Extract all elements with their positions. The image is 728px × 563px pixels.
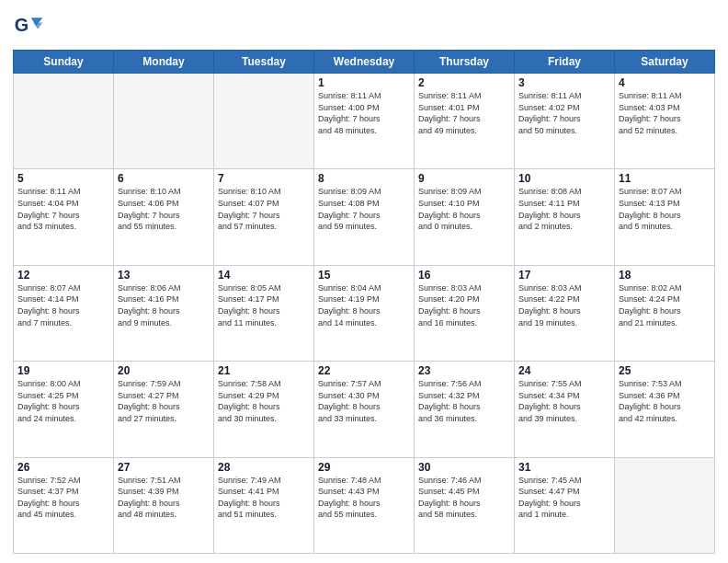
day-number: 23 (418, 364, 510, 377)
day-number: 7 (218, 172, 310, 185)
day-info: Sunrise: 8:07 AM Sunset: 4:13 PM Dayligh… (619, 186, 711, 232)
day-info: Sunrise: 8:03 AM Sunset: 4:20 PM Dayligh… (418, 282, 510, 328)
calendar-day-cell: 15Sunrise: 8:04 AM Sunset: 4:19 PM Dayli… (314, 265, 415, 361)
day-info: Sunrise: 8:10 AM Sunset: 4:07 PM Dayligh… (218, 186, 310, 232)
day-number: 2 (418, 76, 510, 89)
day-info: Sunrise: 8:08 AM Sunset: 4:11 PM Dayligh… (518, 186, 610, 232)
calendar-day-cell: 12Sunrise: 8:07 AM Sunset: 4:14 PM Dayli… (14, 265, 114, 361)
logo: G (13, 11, 50, 44)
calendar-day-cell: 22Sunrise: 7:57 AM Sunset: 4:30 PM Dayli… (314, 362, 415, 457)
day-info: Sunrise: 8:09 AM Sunset: 4:08 PM Dayligh… (318, 186, 410, 232)
calendar-day-cell: 1Sunrise: 8:11 AM Sunset: 4:00 PM Daylig… (314, 74, 415, 169)
day-info: Sunrise: 8:05 AM Sunset: 4:17 PM Dayligh… (218, 282, 310, 328)
calendar-day-cell: 17Sunrise: 8:03 AM Sunset: 4:22 PM Dayli… (515, 265, 615, 361)
calendar-day-cell: 7Sunrise: 8:10 AM Sunset: 4:07 PM Daylig… (214, 169, 314, 265)
calendar-day-cell: 29Sunrise: 7:48 AM Sunset: 4:43 PM Dayli… (314, 457, 415, 553)
calendar-table: SundayMondayTuesdayWednesdayThursdayFrid… (13, 50, 715, 554)
weekday-monday: Monday (114, 51, 214, 74)
calendar-day-cell: 14Sunrise: 8:05 AM Sunset: 4:17 PM Dayli… (214, 265, 314, 361)
page: G SundayMondayTuesdayWednesdayThursdayFr… (0, 0, 728, 563)
day-info: Sunrise: 7:51 AM Sunset: 4:39 PM Dayligh… (118, 475, 210, 521)
day-number: 24 (518, 364, 610, 377)
day-info: Sunrise: 8:04 AM Sunset: 4:19 PM Dayligh… (318, 282, 410, 328)
header: G (13, 9, 715, 44)
calendar-day-cell: 19Sunrise: 8:00 AM Sunset: 4:25 PM Dayli… (14, 362, 114, 457)
calendar-day-cell (214, 74, 314, 169)
calendar-day-cell: 28Sunrise: 7:49 AM Sunset: 4:41 PM Dayli… (214, 457, 314, 553)
logo-icon: G (13, 11, 46, 44)
calendar-day-cell: 6Sunrise: 8:10 AM Sunset: 4:06 PM Daylig… (114, 169, 214, 265)
calendar-day-cell: 25Sunrise: 7:53 AM Sunset: 4:36 PM Dayli… (615, 362, 715, 457)
day-number: 5 (17, 172, 109, 185)
day-info: Sunrise: 7:55 AM Sunset: 4:34 PM Dayligh… (518, 378, 610, 424)
day-info: Sunrise: 8:11 AM Sunset: 4:04 PM Dayligh… (17, 186, 109, 232)
day-info: Sunrise: 7:53 AM Sunset: 4:36 PM Dayligh… (619, 378, 711, 424)
day-info: Sunrise: 8:00 AM Sunset: 4:25 PM Dayligh… (17, 378, 109, 424)
day-number: 10 (518, 172, 610, 185)
weekday-wednesday: Wednesday (314, 51, 415, 74)
day-info: Sunrise: 7:59 AM Sunset: 4:27 PM Dayligh… (118, 378, 210, 424)
calendar-day-cell (114, 74, 214, 169)
calendar-day-cell: 18Sunrise: 8:02 AM Sunset: 4:24 PM Dayli… (615, 265, 715, 361)
day-number: 3 (518, 76, 610, 89)
calendar-day-cell: 27Sunrise: 7:51 AM Sunset: 4:39 PM Dayli… (114, 457, 214, 553)
day-number: 31 (518, 461, 610, 474)
day-info: Sunrise: 8:11 AM Sunset: 4:03 PM Dayligh… (619, 90, 711, 136)
day-number: 21 (218, 364, 310, 377)
day-number: 16 (418, 269, 510, 282)
calendar-week-row: 12Sunrise: 8:07 AM Sunset: 4:14 PM Dayli… (14, 265, 715, 361)
day-info: Sunrise: 7:52 AM Sunset: 4:37 PM Dayligh… (17, 475, 109, 521)
day-number: 17 (518, 269, 610, 282)
day-number: 27 (118, 461, 210, 474)
day-info: Sunrise: 8:02 AM Sunset: 4:24 PM Dayligh… (619, 282, 711, 328)
day-number: 30 (418, 461, 510, 474)
day-info: Sunrise: 7:58 AM Sunset: 4:29 PM Dayligh… (218, 378, 310, 424)
calendar-day-cell: 9Sunrise: 8:09 AM Sunset: 4:10 PM Daylig… (415, 169, 515, 265)
weekday-thursday: Thursday (415, 51, 515, 74)
calendar-day-cell (14, 74, 114, 169)
calendar-week-row: 19Sunrise: 8:00 AM Sunset: 4:25 PM Dayli… (14, 362, 715, 457)
calendar-day-cell: 8Sunrise: 8:09 AM Sunset: 4:08 PM Daylig… (314, 169, 415, 265)
day-number: 1 (318, 76, 410, 89)
calendar-day-cell: 4Sunrise: 8:11 AM Sunset: 4:03 PM Daylig… (615, 74, 715, 169)
weekday-tuesday: Tuesday (214, 51, 314, 74)
calendar-day-cell: 13Sunrise: 8:06 AM Sunset: 4:16 PM Dayli… (114, 265, 214, 361)
day-number: 22 (318, 364, 410, 377)
day-number: 28 (218, 461, 310, 474)
day-number: 14 (218, 269, 310, 282)
day-number: 20 (118, 364, 210, 377)
day-number: 19 (17, 364, 109, 377)
calendar-day-cell: 2Sunrise: 8:11 AM Sunset: 4:01 PM Daylig… (415, 74, 515, 169)
day-info: Sunrise: 7:49 AM Sunset: 4:41 PM Dayligh… (218, 475, 310, 521)
calendar-day-cell: 11Sunrise: 8:07 AM Sunset: 4:13 PM Dayli… (615, 169, 715, 265)
calendar-week-row: 1Sunrise: 8:11 AM Sunset: 4:00 PM Daylig… (14, 74, 715, 169)
day-number: 15 (318, 269, 410, 282)
day-number: 26 (17, 461, 109, 474)
day-info: Sunrise: 7:56 AM Sunset: 4:32 PM Dayligh… (418, 378, 510, 424)
calendar-day-cell: 26Sunrise: 7:52 AM Sunset: 4:37 PM Dayli… (14, 457, 114, 553)
weekday-header-row: SundayMondayTuesdayWednesdayThursdayFrid… (14, 51, 715, 74)
day-number: 4 (619, 76, 711, 89)
calendar-day-cell: 23Sunrise: 7:56 AM Sunset: 4:32 PM Dayli… (415, 362, 515, 457)
day-number: 29 (318, 461, 410, 474)
day-info: Sunrise: 8:11 AM Sunset: 4:00 PM Dayligh… (318, 90, 410, 136)
calendar-day-cell: 31Sunrise: 7:45 AM Sunset: 4:47 PM Dayli… (515, 457, 615, 553)
day-info: Sunrise: 8:03 AM Sunset: 4:22 PM Dayligh… (518, 282, 610, 328)
calendar-day-cell: 21Sunrise: 7:58 AM Sunset: 4:29 PM Dayli… (214, 362, 314, 457)
calendar-day-cell: 3Sunrise: 8:11 AM Sunset: 4:02 PM Daylig… (515, 74, 615, 169)
calendar-day-cell: 5Sunrise: 8:11 AM Sunset: 4:04 PM Daylig… (14, 169, 114, 265)
day-info: Sunrise: 8:07 AM Sunset: 4:14 PM Dayligh… (17, 282, 109, 328)
weekday-saturday: Saturday (615, 51, 715, 74)
day-info: Sunrise: 8:11 AM Sunset: 4:02 PM Dayligh… (518, 90, 610, 136)
day-number: 11 (619, 172, 711, 185)
weekday-friday: Friday (515, 51, 615, 74)
day-number: 12 (17, 269, 109, 282)
weekday-sunday: Sunday (14, 51, 114, 74)
day-number: 18 (619, 269, 711, 282)
calendar-week-row: 5Sunrise: 8:11 AM Sunset: 4:04 PM Daylig… (14, 169, 715, 265)
day-number: 6 (118, 172, 210, 185)
calendar-week-row: 26Sunrise: 7:52 AM Sunset: 4:37 PM Dayli… (14, 457, 715, 553)
svg-text:G: G (15, 15, 28, 35)
day-number: 13 (118, 269, 210, 282)
day-info: Sunrise: 7:48 AM Sunset: 4:43 PM Dayligh… (318, 475, 410, 521)
